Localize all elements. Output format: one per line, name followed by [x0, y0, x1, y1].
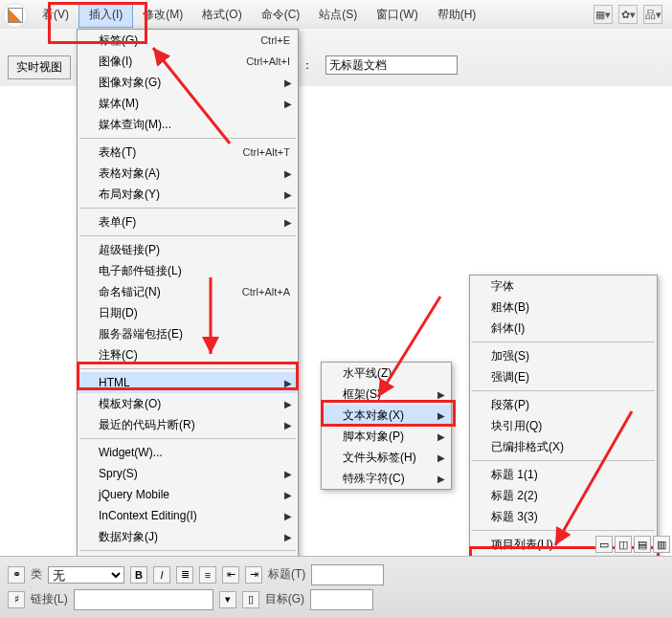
- list-ul-icon[interactable]: ≣: [176, 566, 193, 584]
- app-logo-icon: [3, 3, 28, 28]
- menu-item-label: 媒体查询(M)...: [99, 117, 290, 133]
- insert-menu-item[interactable]: HTML▶: [78, 372, 298, 393]
- menu-insert[interactable]: 插入(I): [78, 2, 133, 28]
- menu-item-label: 媒体(M): [99, 96, 290, 112]
- insert-menu-item[interactable]: 命名锚记(N)Ctrl+Alt+A: [78, 281, 298, 302]
- browse-icon[interactable]: ▾: [219, 591, 236, 608]
- insert-menu-item[interactable]: 日期(D): [78, 302, 298, 323]
- document-title-input[interactable]: [325, 55, 458, 75]
- menu-site[interactable]: 站点(S): [309, 3, 367, 27]
- insert-menu-item[interactable]: Widget(W)...: [78, 442, 298, 463]
- submenu-arrow-icon: ▶: [284, 77, 292, 88]
- html-submenu-item[interactable]: 脚本对象(P)▶: [322, 426, 451, 447]
- insert-menu-item[interactable]: 电子邮件链接(L): [78, 260, 298, 281]
- menu-item-label: 表单(F): [99, 214, 290, 231]
- title-label: ：: [302, 57, 313, 74]
- layout-icon[interactable]: ▦▾: [594, 5, 613, 24]
- menu-modify[interactable]: 修改(M): [133, 3, 192, 27]
- italic-button[interactable]: I: [153, 566, 170, 584]
- menu-item-label: 表格(T): [99, 144, 242, 161]
- indent-icon[interactable]: ⇥: [245, 566, 262, 584]
- html-submenu-item[interactable]: 文本对象(X)▶: [322, 405, 451, 426]
- settings-icon[interactable]: ✿▾: [618, 5, 638, 24]
- text-submenu-item[interactable]: 标题 3(3): [470, 506, 657, 527]
- link-label: 链接(L): [31, 591, 68, 607]
- insert-menu-item[interactable]: 表格对象(A)▶: [78, 163, 298, 184]
- insert-menu-item[interactable]: 表单(F)▶: [78, 211, 298, 232]
- menu-item-label: 文本对象(X): [343, 408, 443, 424]
- menu-item-label: 电子邮件链接(L): [99, 263, 290, 279]
- title-prop-input[interactable]: [311, 564, 384, 585]
- insert-menu-item[interactable]: 图像(I)Ctrl+Alt+I: [78, 51, 298, 72]
- html-submenu-item[interactable]: 框架(S)▶: [322, 384, 451, 405]
- menu-item-label: 块引用(Q): [491, 418, 649, 434]
- text-submenu-item[interactable]: 标题 1(1): [470, 464, 657, 485]
- menu-item-label: 段落(P): [491, 397, 649, 413]
- text-submenu-item[interactable]: 斜体(I): [470, 318, 657, 339]
- menu-item-label: 框架(S): [343, 386, 443, 403]
- css-icon[interactable]: ♯: [8, 591, 25, 608]
- text-submenu-item[interactable]: 段落(P): [470, 394, 657, 415]
- text-submenu-item[interactable]: 加强(S): [470, 345, 657, 366]
- insert-menu-item[interactable]: 注释(C): [78, 344, 298, 365]
- insert-menu-item[interactable]: InContext Editing(I)▶: [78, 505, 298, 526]
- menu-help[interactable]: 帮助(H): [428, 3, 486, 27]
- folder-icon[interactable]: ▯: [242, 591, 259, 608]
- chain-icon[interactable]: ⚭: [8, 566, 25, 584]
- menu-item-label: 数据对象(J): [99, 529, 290, 545]
- insert-menu-dropdown: 标签(G)...Ctrl+E图像(I)Ctrl+Alt+I图像对象(G)▶媒体(…: [77, 29, 299, 597]
- submenu-arrow-icon: ▶: [437, 389, 445, 400]
- panel-icon[interactable]: ▥: [653, 536, 670, 553]
- html-submenu-item[interactable]: 水平线(Z): [322, 363, 451, 384]
- text-submenu-item[interactable]: 强调(E): [470, 366, 657, 387]
- text-submenu-item[interactable]: 块引用(Q): [470, 415, 657, 436]
- insert-menu-item[interactable]: 超级链接(P): [78, 239, 298, 260]
- right-icon-strip: ▭ ◫ ▤ ▥: [595, 536, 670, 553]
- bold-button[interactable]: B: [130, 566, 147, 584]
- insert-menu-item[interactable]: 布局对象(Y)▶: [78, 184, 298, 205]
- insert-menu-item[interactable]: jQuery Mobile▶: [78, 484, 298, 505]
- insert-menu-item[interactable]: 表格(T)Ctrl+Alt+T: [78, 142, 298, 163]
- insert-menu-item[interactable]: Spry(S)▶: [78, 463, 298, 484]
- live-view-button[interactable]: 实时视图: [8, 55, 71, 79]
- target-input[interactable]: [310, 589, 373, 610]
- insert-menu-item[interactable]: 模板对象(O)▶: [78, 393, 298, 414]
- panel-icon[interactable]: ◫: [615, 536, 632, 553]
- menu-item-label: 粗体(B): [491, 299, 649, 316]
- menu-item-label: jQuery Mobile: [99, 488, 290, 501]
- html-submenu: 水平线(Z)框架(S)▶文本对象(X)▶脚本对象(P)▶文件头标签(H)▶特殊字…: [321, 362, 452, 490]
- panel-icon[interactable]: ▤: [634, 536, 651, 553]
- html-submenu-item[interactable]: 文件头标签(H)▶: [322, 447, 451, 468]
- menu-item-label: InContext Editing(I): [99, 509, 290, 522]
- insert-menu-item[interactable]: 媒体(M)▶: [78, 93, 298, 114]
- menu-item-label: 布局对象(Y): [99, 187, 290, 203]
- insert-menu-item[interactable]: 图像对象(G)▶: [78, 72, 298, 93]
- menu-format[interactable]: 格式(O): [192, 3, 251, 27]
- text-submenu-item[interactable]: 已编排格式(X): [470, 436, 657, 457]
- list-ol-icon[interactable]: ≡: [199, 566, 216, 584]
- text-submenu-item[interactable]: 粗体(B): [470, 297, 657, 318]
- text-submenu-item[interactable]: 标题 2(2): [470, 485, 657, 506]
- panel-icon[interactable]: ▭: [595, 536, 613, 553]
- insert-menu-item[interactable]: 媒体查询(M)...: [78, 114, 298, 135]
- menu-item-label: 超级链接(P): [99, 242, 290, 258]
- insert-menu-item[interactable]: 标签(G)...Ctrl+E: [78, 30, 298, 51]
- text-submenu-item[interactable]: 字体: [470, 275, 657, 297]
- title-prop-label: 标题(T): [268, 566, 305, 583]
- menu-view[interactable]: 看(V): [33, 3, 78, 27]
- submenu-arrow-icon: ▶: [437, 410, 445, 421]
- class-select[interactable]: 无: [48, 566, 124, 584]
- menu-item-label: Widget(W)...: [99, 446, 290, 459]
- submenu-arrow-icon: ▶: [284, 420, 292, 430]
- menu-item-label: 最近的代码片断(R): [99, 417, 290, 433]
- insert-menu-item[interactable]: 最近的代码片断(R)▶: [78, 414, 298, 435]
- sitemap-icon[interactable]: 品▾: [643, 5, 662, 24]
- menu-command[interactable]: 命令(C): [252, 3, 310, 27]
- menu-item-label: 文件头标签(H): [343, 450, 443, 466]
- html-submenu-item[interactable]: 特殊字符(C)▶: [322, 468, 451, 489]
- menu-window[interactable]: 窗口(W): [367, 3, 427, 27]
- insert-menu-item[interactable]: 数据对象(J)▶: [78, 526, 298, 547]
- insert-menu-item[interactable]: 服务器端包括(E): [78, 323, 298, 344]
- link-input[interactable]: [74, 589, 213, 610]
- outdent-icon[interactable]: ⇤: [222, 566, 239, 584]
